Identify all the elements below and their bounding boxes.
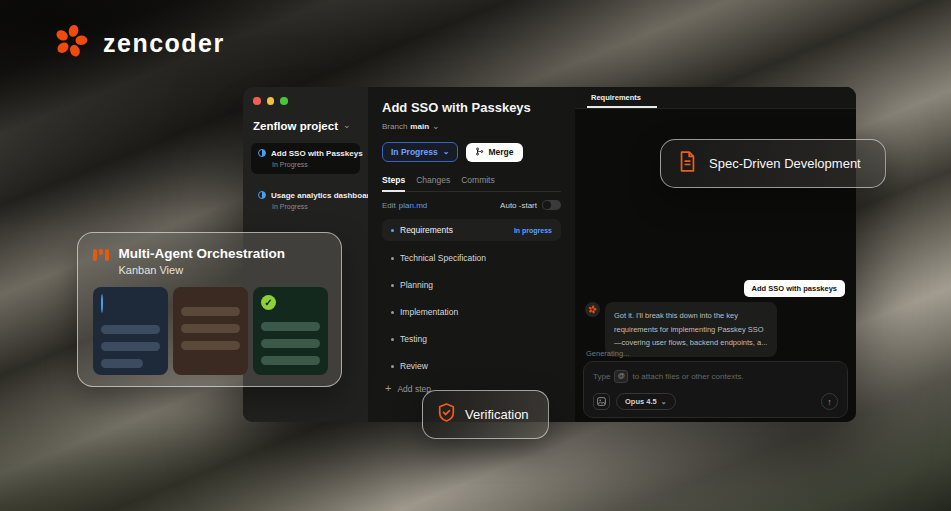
- sidebar-item-add-sso[interactable]: Add SSO with Passkeys In Progress: [251, 143, 360, 174]
- placeholder-suffix: to attach files or other contexts.: [632, 372, 743, 381]
- branch-name: main: [410, 122, 429, 131]
- chevron-down-icon: ⌄: [432, 122, 440, 131]
- merge-button[interactable]: Merge: [466, 143, 522, 162]
- tab-commits[interactable]: Commits: [461, 175, 495, 191]
- check-circle-icon: ✓: [261, 295, 276, 310]
- arrow-up-icon: ↑: [827, 397, 832, 407]
- close-window-icon[interactable]: [253, 97, 261, 105]
- autostart-toggle[interactable]: [542, 200, 561, 210]
- shield-check-icon: [438, 403, 455, 426]
- spec-driven-label: Spec-Driven Development: [709, 156, 861, 171]
- step-label: Implementation: [400, 307, 458, 317]
- task-panel: Add SSO with Passkeys Branch main ⌄ In P…: [368, 87, 575, 422]
- git-merge-icon: [475, 147, 484, 158]
- step-planning[interactable]: Planning: [382, 275, 561, 295]
- autostart-label: Auto -start: [500, 201, 537, 210]
- in-progress-icon: [258, 149, 266, 157]
- at-mention-chip: @: [614, 370, 628, 383]
- merge-label: Merge: [488, 147, 513, 157]
- edit-label: Edit: [382, 201, 396, 210]
- kanban-card-done: ✓: [253, 287, 328, 375]
- chat-input[interactable]: Type @ to attach files or other contexts…: [583, 361, 848, 418]
- task-tabs: Steps Changes Commits: [382, 175, 561, 192]
- step-implementation[interactable]: Implementation: [382, 302, 561, 322]
- step-label: Testing: [400, 334, 427, 344]
- project-title: Zenflow project: [253, 120, 338, 132]
- page-background: zencoder Zenflow project ⌄ Add SSO with …: [0, 0, 951, 511]
- chat-header: Requirements: [575, 87, 856, 109]
- step-technical-specification[interactable]: Technical Specification: [382, 248, 561, 268]
- image-icon: [597, 397, 606, 406]
- sidebar-item-label: Usage analytics dashboard: [271, 191, 375, 200]
- chat-panel: Requirements Add SSO with passkeys: [575, 87, 856, 422]
- assistant-message: Got it. I'll break this down into the ke…: [605, 302, 777, 357]
- generating-status: Generating...: [586, 349, 629, 358]
- chevron-down-icon: ⌄: [343, 121, 351, 130]
- step-label: Technical Specification: [400, 253, 486, 263]
- model-label: Opus 4.5: [625, 397, 657, 406]
- sidebar-item-status: In Progress: [272, 161, 353, 168]
- task-title: Add SSO with Passkeys: [382, 100, 561, 115]
- send-button[interactable]: ↑: [821, 393, 838, 410]
- step-status-badge: In progress: [514, 227, 552, 234]
- zencoder-logo-icon: [52, 22, 90, 64]
- orchestration-title: Multi-Agent Orchestration: [119, 246, 286, 261]
- step-bullet-icon: [391, 365, 394, 368]
- chevron-down-icon: ⌄: [661, 398, 667, 405]
- step-bullet-icon: [391, 338, 394, 341]
- orchestration-subtitle: Kanban View: [119, 264, 286, 276]
- input-placeholder: Type @ to attach files or other contexts…: [593, 370, 838, 383]
- sidebar-item-status: In Progress: [272, 203, 353, 210]
- kanban-card-in-progress: [93, 287, 168, 375]
- status-label: In Progress: [391, 147, 438, 157]
- placeholder-prefix: Type: [593, 372, 610, 381]
- attach-image-button[interactable]: [593, 393, 610, 410]
- tab-requirements[interactable]: Requirements: [591, 93, 641, 108]
- document-icon: [679, 151, 696, 176]
- minimize-window-icon[interactable]: [267, 97, 275, 105]
- step-bullet-icon: [391, 284, 394, 287]
- step-review[interactable]: Review: [382, 356, 561, 376]
- chevron-down-icon: ⌄: [443, 148, 450, 156]
- tab-changes[interactable]: Changes: [416, 175, 450, 191]
- step-bullet-icon: [391, 229, 394, 232]
- model-selector[interactable]: Opus 4.5 ⌄: [616, 393, 676, 410]
- status-dropdown-button[interactable]: In Progress ⌄: [382, 142, 458, 162]
- assistant-avatar: [585, 302, 600, 317]
- orchestration-callout: Multi-Agent Orchestration Kanban View ✓: [77, 232, 342, 387]
- branch-selector[interactable]: Branch main ⌄: [382, 122, 561, 131]
- step-testing[interactable]: Testing: [382, 329, 561, 349]
- project-selector[interactable]: Zenflow project ⌄: [251, 120, 360, 132]
- add-step-label: Add step: [397, 384, 431, 394]
- toggle-knob: [543, 201, 551, 209]
- brand-wordmark: zencoder: [103, 29, 225, 58]
- verification-label: Verification: [465, 407, 529, 422]
- tab-steps[interactable]: Steps: [382, 175, 405, 192]
- step-requirements[interactable]: Requirements In progress: [382, 219, 561, 241]
- branch-label: Branch: [382, 122, 407, 131]
- step-label: Requirements: [400, 225, 453, 235]
- steps-list: Requirements In progress Technical Speci…: [382, 219, 561, 394]
- brand-header: zencoder: [52, 22, 225, 64]
- kanban-columns: ✓: [93, 287, 328, 375]
- progress-half-icon: [101, 294, 103, 313]
- zoom-window-icon[interactable]: [280, 97, 288, 105]
- user-message: Add SSO with passkeys: [744, 280, 845, 297]
- step-label: Planning: [400, 280, 433, 290]
- window-controls: [251, 97, 360, 105]
- kanban-board-icon: [93, 249, 109, 261]
- step-label: Review: [400, 361, 428, 371]
- plan-md-link[interactable]: plan.md: [399, 201, 427, 210]
- step-bullet-icon: [391, 311, 394, 314]
- in-progress-icon: [258, 191, 266, 199]
- sidebar-item-label: Add SSO with Passkeys: [271, 149, 363, 158]
- spec-driven-callout: Spec-Driven Development: [660, 139, 886, 188]
- plus-icon: +: [385, 383, 391, 394]
- kanban-card-active: [173, 287, 248, 375]
- sidebar-item-usage-analytics[interactable]: Usage analytics dashboard In Progress: [251, 185, 360, 216]
- verification-callout: Verification: [422, 390, 549, 439]
- step-bullet-icon: [391, 257, 394, 260]
